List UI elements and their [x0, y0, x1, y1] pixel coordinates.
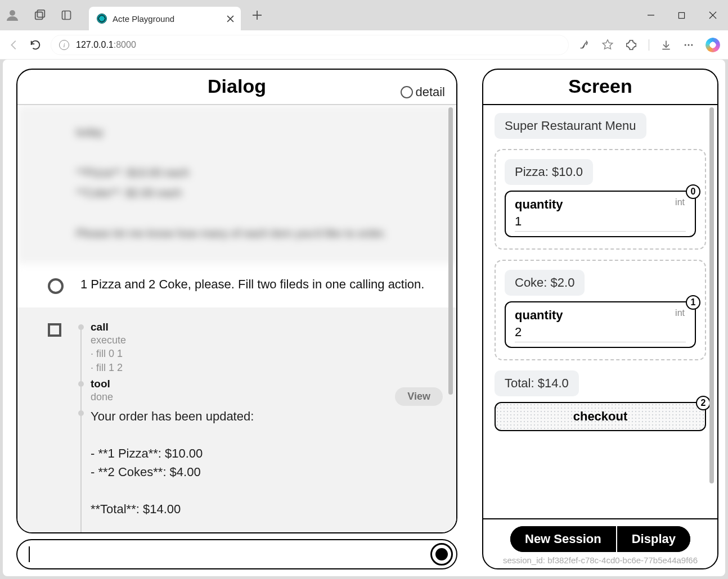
refresh-icon[interactable] — [29, 39, 42, 51]
favorite-icon[interactable] — [601, 39, 614, 51]
detail-label: detail — [415, 85, 445, 99]
user-message-row: 1 Pizza and 2 Coke, please. Fill two fil… — [17, 264, 456, 307]
site-info-icon[interactable]: i — [59, 40, 69, 50]
close-window-icon[interactable] — [697, 4, 728, 26]
field-label: quantity — [515, 308, 686, 323]
timeline-item-tool: tool done — [78, 378, 441, 404]
field-badge: 1 — [686, 295, 700, 310]
previous-message-blurred: today **Pizza**: $10.00 each **Coke**: $… — [17, 105, 456, 264]
maximize-icon[interactable] — [666, 4, 697, 26]
total-label: Total: $14.0 — [495, 370, 579, 396]
back-icon — [8, 39, 20, 51]
svg-point-14 — [688, 44, 690, 46]
svg-point-15 — [691, 44, 693, 46]
svg-rect-2 — [37, 10, 44, 17]
user-avatar-icon — [48, 278, 64, 294]
screen-scrollbar[interactable] — [708, 107, 715, 516]
tab-title: Acte Playground — [113, 14, 221, 24]
profile-icon[interactable] — [6, 8, 19, 22]
window-controls — [635, 4, 728, 26]
session-id: session_id: bf382fef-c78c-4cd0-bc6e-77b5… — [489, 555, 712, 565]
browser-tab[interactable]: Acte Playground — [89, 7, 241, 30]
field-value[interactable]: 1 — [515, 213, 686, 232]
menu-item-pizza: Pizza: $10.0 0 quantity int 1 — [495, 149, 706, 250]
field-type: int — [675, 308, 685, 318]
screen-panel: Screen Super Restaurant Menu Pizza: $10.… — [482, 69, 718, 569]
extensions-icon[interactable] — [625, 39, 637, 51]
item-label: Coke: $2.0 — [505, 270, 585, 296]
view-button[interactable]: View — [395, 387, 443, 406]
detail-toggle[interactable]: detail — [401, 85, 445, 99]
url-text: 127.0.0.1:8000 — [76, 40, 136, 50]
field-type: int — [675, 197, 685, 207]
checkout-button[interactable]: 2 checkout — [495, 402, 706, 431]
url-input[interactable]: i 127.0.0.1:8000 — [51, 35, 569, 55]
screen-title: Screen — [568, 75, 632, 97]
svg-rect-3 — [62, 11, 71, 20]
item-label: Pizza: $10.0 — [505, 159, 593, 185]
tab-actions-icon[interactable] — [61, 10, 72, 21]
quantity-field-0[interactable]: 0 quantity int 1 — [505, 191, 696, 237]
tab-favicon-icon — [97, 13, 107, 24]
footer-button-bar: New Session Display — [510, 526, 690, 552]
new-tab-icon[interactable] — [252, 10, 262, 20]
composer — [16, 539, 457, 569]
more-icon[interactable] — [683, 39, 694, 51]
display-button[interactable]: Display — [617, 526, 690, 552]
address-bar: i 127.0.0.1:8000 — [0, 30, 728, 60]
svg-rect-1 — [35, 12, 43, 20]
radio-icon — [401, 86, 413, 98]
dialog-title: Dialog — [208, 75, 266, 97]
read-aloud-icon[interactable] — [578, 39, 590, 51]
field-label: quantity — [515, 197, 686, 212]
new-session-button[interactable]: New Session — [510, 526, 616, 552]
composer-input[interactable] — [30, 548, 430, 562]
assistant-avatar-icon — [48, 323, 61, 337]
field-value[interactable]: 2 — [515, 324, 686, 342]
assistant-message-row: call execute fill 0 1 fill 1 2 tool done — [17, 307, 456, 532]
dialog-panel: Dialog detail today **Pizza**: $10.00 ea… — [16, 69, 457, 533]
workspaces-icon[interactable] — [34, 9, 46, 21]
user-message-text: 1 Pizza and 2 Coke, please. Fill two fil… — [80, 277, 424, 292]
page-content: Dialog detail today **Pizza**: $10.00 ea… — [3, 60, 725, 576]
timeline-item-response: Your order has been updated: - **1 Pizza… — [78, 407, 441, 532]
tab-close-icon[interactable] — [227, 15, 234, 22]
dialog-scrollbar[interactable] — [447, 107, 454, 530]
minimize-icon[interactable] — [635, 4, 666, 26]
quantity-field-1[interactable]: 1 quantity int 2 — [505, 301, 696, 348]
menu-item-coke: Coke: $2.0 1 quantity int 2 — [495, 260, 706, 360]
send-button[interactable] — [430, 543, 453, 566]
toolbar-separator — [649, 39, 649, 51]
svg-rect-10 — [678, 12, 684, 18]
svg-point-0 — [10, 10, 15, 16]
field-badge: 0 — [686, 184, 700, 199]
downloads-icon[interactable] — [660, 39, 672, 51]
timeline-item-call: call execute fill 0 1 fill 1 2 — [78, 321, 441, 374]
checkout-label: checkout — [573, 409, 628, 424]
browser-titlebar: Acte Playground — [0, 0, 728, 30]
svg-point-13 — [685, 44, 686, 46]
copilot-icon[interactable] — [705, 38, 720, 52]
menu-title: Super Restaurant Menu — [495, 113, 646, 139]
